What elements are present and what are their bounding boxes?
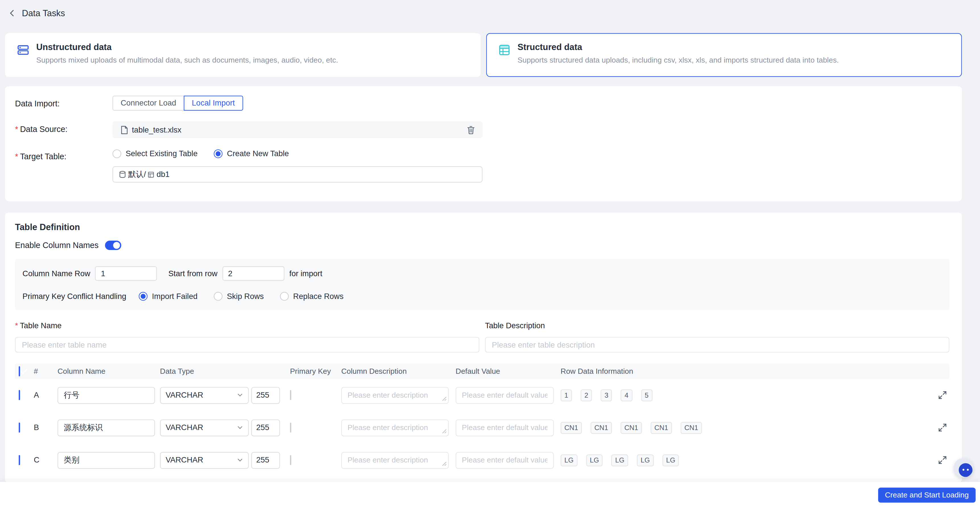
required-mark: *	[15, 152, 18, 161]
expand-row-button[interactable]	[937, 454, 948, 466]
radio-create-new-table[interactable]: Create New Table	[214, 149, 289, 158]
table-row: C VARCHAR	[15, 444, 950, 476]
back-button[interactable]	[6, 7, 18, 19]
radio-select-existing-table[interactable]: Select Existing Table	[113, 149, 198, 158]
column-name-input[interactable]	[57, 387, 155, 403]
chevron-left-icon	[7, 8, 16, 18]
primary-key-checkbox[interactable]	[290, 390, 291, 400]
row-checkbox[interactable]	[19, 390, 20, 400]
row-checkbox[interactable]	[19, 455, 20, 465]
data-source-label: *Data Source:	[15, 121, 113, 138]
enable-column-names-label: Enable Column Names	[15, 240, 99, 250]
data-source-row: *Data Source: table_test.xlsx	[15, 121, 947, 138]
trash-icon	[467, 126, 475, 134]
select-all-checkbox[interactable]	[19, 366, 20, 376]
column-description-input[interactable]	[341, 419, 449, 436]
card-text: Structured data Supports structured data…	[518, 42, 839, 65]
delete-file-button[interactable]	[465, 124, 476, 135]
column-name-row-label: Column Name Row	[22, 269, 90, 278]
target-database: db1	[156, 170, 170, 179]
column-name-row-input[interactable]	[95, 266, 157, 281]
data-type-cards: Unstructured data Supports mixed uploads…	[5, 33, 962, 77]
row-settings-line: Column Name Row Start from row for impor…	[22, 266, 942, 281]
row-data-chip: LG	[637, 454, 654, 466]
row-data-chip: CN1	[681, 422, 702, 433]
data-type-select[interactable]: VARCHAR	[160, 419, 249, 436]
data-tasks-page: Data Tasks Unstructured data Supports mi…	[0, 0, 980, 508]
length-input[interactable]	[251, 452, 280, 468]
create-and-start-loading-button[interactable]: Create and Start Loading	[878, 487, 976, 503]
target-location-select[interactable]: 默认/ db1	[113, 166, 483, 183]
row-data-chip: 1	[560, 389, 572, 401]
name-description-row: *Table Name Table Description	[15, 322, 950, 353]
assistant-widget-button[interactable]	[954, 458, 973, 478]
row-data-chips: LG LG LG LG LG	[560, 454, 931, 466]
file-name: table_test.xlsx	[132, 126, 465, 134]
card-unstructured-data[interactable]: Unstructured data Supports mixed uploads…	[5, 33, 480, 77]
chevron-down-icon	[237, 424, 243, 431]
default-value-input[interactable]	[456, 387, 554, 403]
row-data-chip: 5	[641, 389, 652, 401]
table-small-icon	[148, 171, 155, 178]
radio-label: Create New Table	[227, 149, 289, 158]
row-index: B	[34, 423, 58, 432]
card-structured-data[interactable]: Structured data Supports structured data…	[486, 33, 962, 77]
default-value-input[interactable]	[456, 419, 554, 436]
start-from-row-input[interactable]	[223, 266, 285, 281]
expand-row-button[interactable]	[937, 389, 948, 401]
table-name-label: *Table Name	[15, 322, 479, 330]
radio-circle	[280, 292, 289, 301]
import-settings-box: Column Name Row Start from row for impor…	[15, 259, 950, 310]
radio-replace-rows[interactable]: Replace Rows	[280, 292, 344, 301]
target-table-row: *Target Table: Select Existing Table Cre…	[15, 149, 947, 183]
data-import-row: Data Import: Connector Load Local Import	[15, 96, 947, 111]
length-input[interactable]	[251, 387, 280, 403]
target-table-field: Select Existing Table Create New Table 默…	[113, 149, 483, 183]
header-column-description: Column Description	[341, 367, 456, 376]
row-index: C	[34, 455, 58, 465]
row-data-chip: CN1	[651, 422, 672, 433]
data-type-value: VARCHAR	[165, 423, 203, 432]
column-name-input[interactable]	[57, 452, 155, 468]
data-source-file-item: table_test.xlsx	[113, 121, 483, 138]
radio-circle	[113, 149, 121, 158]
chevron-down-icon	[237, 457, 243, 463]
header-primary-key: Primary Key	[290, 367, 341, 376]
length-input[interactable]	[251, 419, 280, 436]
chevron-down-icon	[237, 392, 243, 398]
row-data-chip: 2	[581, 389, 592, 401]
default-value-input[interactable]	[456, 452, 554, 468]
table-definition-title: Table Definition	[15, 222, 950, 232]
page-title: Data Tasks	[22, 8, 65, 18]
radio-skip-rows[interactable]: Skip Rows	[214, 292, 264, 301]
target-table-options: Select Existing Table Create New Table	[113, 149, 483, 159]
card-description: Supports mixed uploads of multimodal dat…	[36, 56, 338, 65]
primary-key-checkbox[interactable]	[290, 423, 291, 433]
data-type-select[interactable]: VARCHAR	[160, 387, 249, 403]
row-data-chip: CN1	[560, 422, 582, 433]
for-import-label: for import	[289, 269, 322, 278]
row-checkbox[interactable]	[19, 423, 20, 433]
table-icon	[498, 44, 511, 58]
primary-key-checkbox[interactable]	[290, 455, 291, 465]
row-data-chip: CN1	[620, 422, 642, 433]
table-name-input[interactable]	[15, 337, 479, 353]
enable-column-names-toggle[interactable]	[105, 240, 121, 250]
column-description-input[interactable]	[341, 387, 449, 403]
row-data-chip: 3	[601, 389, 612, 401]
expand-row-button[interactable]	[937, 422, 948, 433]
table-description-input[interactable]	[485, 337, 949, 353]
radio-import-failed[interactable]: Import Failed	[139, 292, 197, 301]
row-data-chip: LG	[662, 454, 679, 466]
tab-connector-load[interactable]: Connector Load	[113, 96, 185, 111]
header-column-name: Column Name	[57, 367, 160, 376]
server-icon	[17, 44, 29, 58]
column-name-input[interactable]	[57, 419, 155, 436]
column-description-input[interactable]	[341, 452, 449, 468]
radio-label: Replace Rows	[293, 292, 344, 301]
tab-local-import[interactable]: Local Import	[184, 96, 243, 111]
data-type-select[interactable]: VARCHAR	[160, 452, 249, 468]
file-icon	[121, 126, 128, 134]
row-data-chips: 1 2 3 4 5	[560, 389, 931, 401]
columns-table-header: # Column Name Data Type Primary Key Colu…	[15, 364, 950, 379]
